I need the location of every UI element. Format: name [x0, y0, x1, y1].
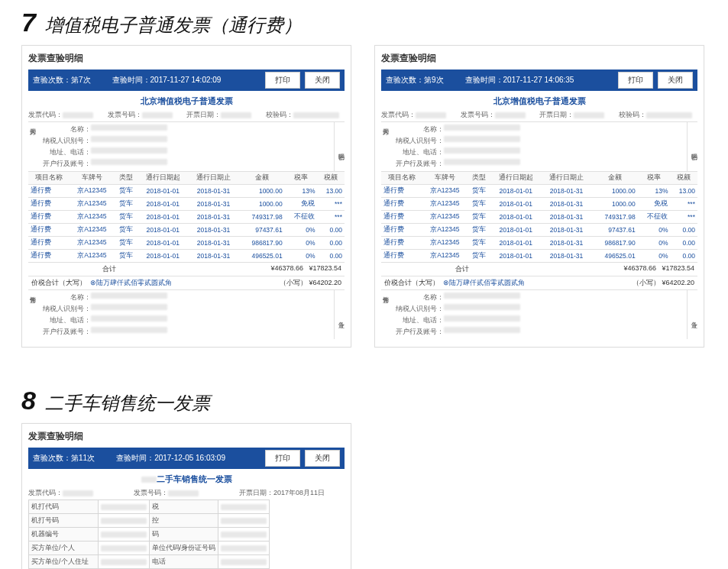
redacted	[293, 112, 339, 118]
cell: 通行费	[381, 185, 423, 198]
cell: 2018-01-01	[490, 224, 541, 237]
cell: 2018-01-31	[188, 211, 238, 224]
col-rate: 税率	[638, 172, 671, 185]
cell: 496525.01	[239, 250, 285, 263]
buyer-tax-label: 纳税人识别号：	[42, 136, 91, 146]
panel-b-subtotal: 合计 ¥46378.66 ¥17823.54	[381, 262, 697, 276]
table-row: 通行费京A12345货车2018-01-012018-01-31986817.9…	[28, 237, 345, 250]
cell: 通行费	[381, 237, 423, 250]
meta-code-label: 发票代码：	[28, 111, 63, 118]
cell: 0%	[638, 224, 671, 237]
table-header-row: 项目名称 车牌号 类型 通行日期起 通行日期止 金额 税率 税额	[28, 172, 345, 185]
cell: 2018-01-01	[490, 211, 541, 224]
cell: ***	[670, 198, 697, 211]
cell: 0%	[285, 237, 318, 250]
cell: 京A12345	[70, 185, 115, 198]
col-plate: 车牌号	[423, 172, 468, 185]
redacted	[63, 112, 93, 118]
grid-row: 买方单位/个人住址电话	[29, 555, 395, 569]
used-car-grid: 机打代码税机打号码控机器编号码买方单位/个人单位代码/身份证号码买方单位/个人住…	[28, 499, 395, 569]
cell: 1000.00	[239, 185, 285, 198]
cell: 京A12345	[70, 211, 115, 224]
close-button[interactable]: 关闭	[658, 72, 693, 89]
cell: 免税	[285, 198, 318, 211]
taxtotal-label: 价税合计（大写）	[384, 279, 439, 286]
buyer-name-label: 名称：	[42, 124, 91, 134]
cell: 通行费	[28, 211, 70, 224]
cell: 通行费	[28, 224, 70, 237]
redacted	[444, 147, 520, 154]
cell: 货车	[467, 211, 490, 224]
col-plate: 车牌号	[70, 172, 115, 185]
panel-b-seller: 销售方 备注 名称： 纳税人识别号： 地址、电话： 开户行及账号：	[381, 289, 697, 339]
grid-label: 码	[149, 528, 218, 542]
cell: 2018-01-31	[188, 237, 238, 250]
grid-value	[218, 555, 270, 569]
panel-b-check-time: 查验时间：2017-11-27 14:06:35	[465, 75, 574, 86]
subtotal-amount: ¥46378.66	[623, 264, 656, 272]
cell: 2018-01-01	[490, 250, 541, 263]
redacted	[221, 559, 267, 565]
redacted	[444, 304, 520, 310]
print-button[interactable]: 打印	[618, 72, 653, 89]
panel-a-header-bar: 查验次数：第7次 查验时间：2017-11-27 14:02:09 打印 关闭	[28, 70, 345, 91]
redacted	[221, 112, 251, 118]
col-item: 项目名称	[381, 172, 423, 185]
subtotal-amount: ¥46378.66	[270, 264, 303, 272]
cell: 通行费	[381, 211, 423, 224]
cell: 2018-01-31	[188, 224, 238, 237]
print-button[interactable]: 打印	[265, 450, 300, 467]
cell: 2018-01-31	[541, 237, 591, 250]
cell: 京A12345	[423, 237, 468, 250]
table-row: 通行费京A12345货车2018-01-012018-01-311000.001…	[381, 185, 697, 198]
col-type: 类型	[467, 172, 490, 185]
seller-note-label: 备注	[334, 290, 345, 339]
col-rate: 税率	[285, 172, 318, 185]
cell: 2018-01-31	[188, 198, 238, 211]
taxtotal-small-label: （小写）	[633, 279, 660, 286]
redacted	[168, 490, 199, 496]
grid-value	[98, 528, 149, 542]
section-8-header: 8 二手车销售统一发票	[0, 378, 728, 423]
print-button[interactable]: 打印	[265, 72, 300, 89]
invoice-panels-row: 发票查验明细 查验次数：第7次 查验时间：2017-11-27 14:02:09…	[0, 45, 728, 378]
subtotal-tax: ¥17823.54	[309, 264, 341, 272]
panel-a-meta: 发票代码： 发票号码： 开票日期： 校验码：	[28, 108, 345, 121]
password-area-label: 密码区	[687, 122, 697, 171]
panel-a-check-time: 查验时间：2017-11-27 14:02:09	[112, 75, 222, 86]
cell: 749317.98	[592, 211, 638, 224]
cell: 不征收	[285, 211, 318, 224]
close-button[interactable]: 关闭	[305, 450, 340, 467]
section-8-title: 二手车销售统一发票	[45, 391, 210, 415]
subtotal-label: 合计	[31, 264, 186, 274]
panel-a-taxtotal: 价税合计（大写） ⊗陆万肆仟贰佰零贰圆贰角 （小写） ¥64202.20	[28, 276, 345, 289]
buyer-bank-label: 开户行及账号：	[42, 159, 91, 169]
close-button[interactable]: 关闭	[305, 72, 340, 89]
table-row: 通行费京A12345货车2018-01-012018-01-31986817.9…	[381, 237, 697, 250]
invoice-panel-a: 发票查验明细 查验次数：第7次 查验时间：2017-11-27 14:02:09…	[21, 45, 351, 348]
panel-a-items-table: 项目名称 车牌号 类型 通行日期起 通行日期止 金额 税率 税额 通行费京A12…	[28, 171, 345, 262]
redacted	[444, 124, 520, 131]
section-7-title: 增值税电子普通发票（通行费）	[45, 13, 302, 37]
cell: 2018-01-01	[138, 237, 188, 250]
redacted	[91, 124, 167, 131]
meta-code-label: 发票代码：	[28, 489, 63, 496]
panel-b-meta: 发票代码： 发票号码： 开票日期： 校验码：	[381, 108, 697, 121]
cell: 2018-01-01	[138, 224, 188, 237]
cell: 0.00	[670, 237, 697, 250]
cell: 2018-01-31	[541, 224, 591, 237]
grid-value	[218, 542, 270, 555]
buyer-addr-label: 地址、电话：	[395, 147, 444, 157]
redacted	[444, 293, 520, 299]
table-row: 通行费京A12345货车2018-01-012018-01-3197437.61…	[381, 224, 697, 237]
meta-num-label: 发票号码：	[108, 111, 142, 118]
table-row: 通行费京A12345货车2018-01-012018-01-3197437.61…	[28, 224, 345, 237]
col-date-to: 通行日期止	[541, 172, 591, 185]
panel-b-check-count: 查验次数：第9次	[386, 75, 444, 86]
cell: 1000.00	[592, 185, 638, 198]
cell: 通行费	[28, 185, 70, 198]
redacted	[646, 112, 692, 118]
redacted	[495, 112, 526, 118]
cell: 0%	[285, 224, 318, 237]
cell: 京A12345	[423, 224, 468, 237]
